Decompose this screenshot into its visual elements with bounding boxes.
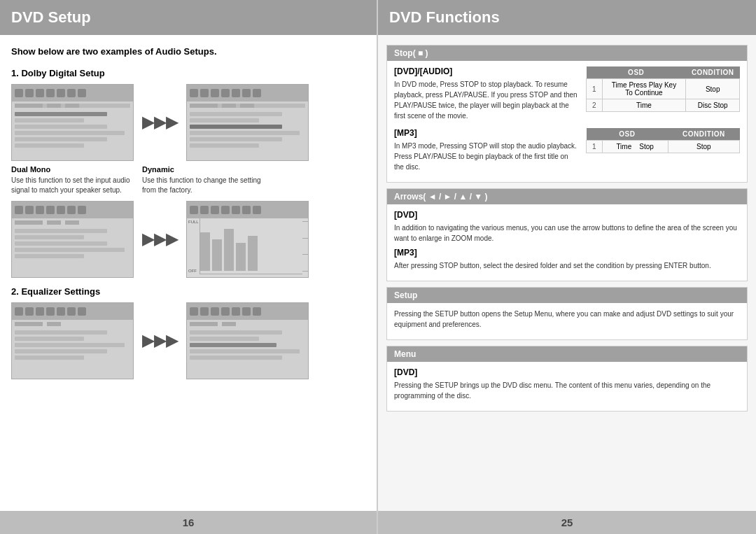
- arrows-body: [DVD] In addition to navigating the vari…: [387, 204, 747, 281]
- line6: [15, 143, 84, 148]
- row2-osd: Time: [602, 99, 686, 112]
- eq-bars: [200, 218, 302, 274]
- s3c: [65, 220, 79, 225]
- dual-mono-text: Use this function to set the input audio…: [11, 176, 134, 195]
- dvd-osd-table: OSD CONDITION 1 Time Press Play Key To C…: [586, 66, 740, 112]
- eq-screens-row: ▶▶▶: [11, 302, 365, 379]
- left-page-number: 16: [0, 511, 377, 534]
- dolby-screens-row: ▶▶▶: [11, 84, 365, 161]
- icon1: [15, 89, 23, 97]
- dvd-audio-text: In DVD mode, Press STOP to stop playback…: [394, 79, 579, 121]
- mp3-row1-num: 1: [587, 141, 603, 153]
- s2: [47, 104, 61, 108]
- setup-body: Pressing the SETUP button opens the Setu…: [387, 303, 747, 339]
- s2b: [222, 104, 236, 108]
- screen-body2: [187, 109, 308, 153]
- s3: [65, 104, 79, 108]
- i4c: [46, 206, 55, 214]
- osd-header1: OSD: [587, 66, 686, 79]
- dolby-screen-left: [11, 84, 134, 161]
- dolby-screens-row2: ▶▶▶ FULL: [11, 201, 365, 278]
- icon3: [36, 89, 44, 97]
- arrows-dvd-text: In addition to navigating the various me…: [394, 223, 740, 244]
- line-sel2: [190, 343, 276, 347]
- table-row: 1 Time Stop Stop: [587, 141, 740, 153]
- dolby-screen-left2: [11, 201, 134, 278]
- eq-bar2: [212, 239, 222, 271]
- i3c: [36, 206, 44, 214]
- s1: [15, 104, 43, 108]
- status-row5: [15, 322, 130, 326]
- status-row6: [190, 322, 305, 326]
- i5e: [57, 307, 65, 316]
- line1b: [190, 112, 282, 116]
- l5f: [190, 356, 282, 360]
- s1f: [190, 322, 218, 326]
- right-page-number: 25: [378, 511, 756, 534]
- i6e: [67, 307, 76, 316]
- mp3-table-area: OSD CONDITION 1 Time Stop Stop: [586, 128, 740, 176]
- line5: [15, 137, 107, 141]
- screen-top5: [12, 303, 133, 320]
- intro-text: Show below are two examples of Audio Set…: [11, 46, 365, 57]
- s2c: [47, 220, 61, 225]
- setup-label: Setup: [394, 290, 417, 300]
- l2e: [15, 337, 84, 341]
- i1d: [190, 206, 198, 214]
- menu-body: [DVD] Pressing the SETUP brings up the D…: [387, 362, 747, 411]
- line1: [15, 112, 107, 116]
- screen-top6: [187, 303, 308, 320]
- arrows-dvd-title: [DVD]: [394, 210, 740, 220]
- line-selected: [190, 125, 282, 129]
- setup-section: Setup Pressing the SETUP button opens th…: [386, 287, 748, 340]
- full-label: FULL: [188, 220, 198, 224]
- dvd-audio-title: [DVD]/[AUDIO]: [394, 66, 579, 76]
- i7e: [78, 307, 86, 316]
- icon7: [78, 89, 86, 97]
- l2c: [15, 235, 84, 239]
- line4: [15, 131, 125, 135]
- i6c: [67, 206, 76, 214]
- screen-body5: [12, 328, 133, 365]
- row2-cond: Disc Stop: [686, 99, 740, 112]
- i2d: [200, 206, 209, 214]
- screen-top-bar2: [187, 85, 308, 101]
- dolby-screen-right: [186, 84, 309, 161]
- screen-body3: [12, 226, 133, 263]
- l1f: [190, 330, 282, 335]
- icon1b: [190, 89, 198, 97]
- i2e: [25, 307, 34, 316]
- section1-title: 1. Dolby Digital Setup: [11, 68, 365, 78]
- dynamic-title: Dynamic: [142, 165, 265, 174]
- row1-osd: Time Press Play Key To Continue: [602, 79, 686, 99]
- line4b: [190, 131, 300, 135]
- arrow-right3: ▶▶▶: [142, 332, 178, 350]
- menu-dvd-text: Pressing the SETUP brings up the DVD dis…: [394, 380, 740, 401]
- l3c: [15, 241, 107, 246]
- row1-num: 1: [587, 79, 603, 99]
- dual-mono-title: Dual Mono: [11, 165, 134, 174]
- eq-screen-left: [11, 302, 134, 379]
- eq-bar5: [248, 236, 258, 271]
- arrows-mp3-text: After pressing STOP button, select the d…: [394, 260, 740, 271]
- s3b: [240, 104, 254, 108]
- status-row2: [190, 104, 305, 108]
- screen-top3: [12, 202, 133, 218]
- dvd-functions-panel: DVD Functions Stop( ■ ) [DVD]/[AUDIO] In…: [378, 0, 756, 534]
- l1e: [15, 330, 107, 335]
- row1-cond: Stop: [686, 79, 740, 99]
- l5e: [15, 356, 84, 360]
- right-panel-header: DVD Functions: [378, 0, 756, 35]
- dolby-setup-section: 1. Dolby Digital Setup: [11, 68, 365, 278]
- i5c: [57, 206, 65, 214]
- dynamic-text: Use this function to change the setting …: [142, 176, 265, 195]
- s1b: [190, 104, 218, 108]
- left-panel-header: DVD Setup: [0, 0, 377, 35]
- i7d: [253, 206, 261, 214]
- dolby-descriptions: Dual Mono Use this function to set the i…: [11, 165, 365, 195]
- icon5: [57, 89, 65, 97]
- icon7b: [253, 89, 261, 97]
- mp3-subsection: [MP3] In MP3 mode, Pressing STOP will st…: [394, 128, 740, 176]
- i3d: [211, 206, 219, 214]
- i2f: [200, 307, 209, 316]
